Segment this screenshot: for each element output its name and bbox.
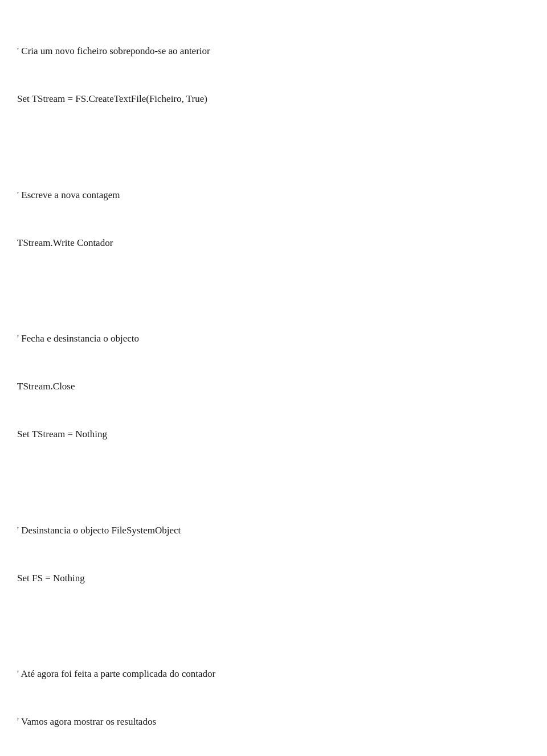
- line-12: Set FS = Nothing: [17, 570, 530, 586]
- line-10: [17, 474, 530, 490]
- line-5: TStream.Write Contador: [17, 235, 530, 251]
- line-14: ' Até agora foi feita a parte complicada…: [17, 666, 530, 682]
- line-11: ' Desinstancia o objecto FileSystemObjec…: [17, 523, 530, 539]
- code-content: ' Cria um novo ficheiro sobrepondo-se ao…: [17, 11, 530, 756]
- line-6: [17, 283, 530, 299]
- line-8: TStream.Close: [17, 379, 530, 395]
- line-7: ' Fecha e desinstancia o objecto: [17, 331, 530, 347]
- line-15: ' Vamos agora mostrar os resultados: [17, 714, 530, 730]
- line-4: ' Escreve a nova contagem: [17, 187, 530, 203]
- line-2: Set TStream = FS.CreateTextFile(Ficheiro…: [17, 91, 530, 107]
- line-1: ' Cria um novo ficheiro sobrepondo-se ao…: [17, 43, 530, 59]
- line-9: Set TStream = Nothing: [17, 426, 530, 442]
- line-13: [17, 618, 530, 634]
- line-3: [17, 139, 530, 155]
